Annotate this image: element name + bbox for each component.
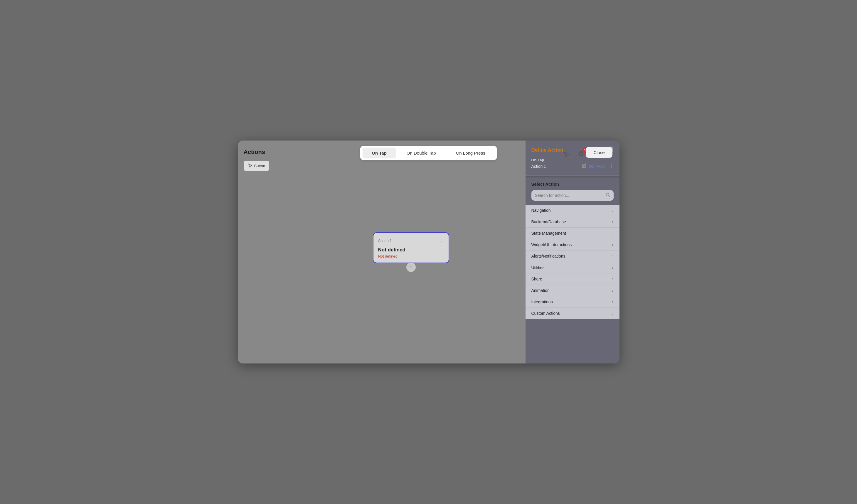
action-name: Action 1 [532, 164, 547, 169]
list-item[interactable]: Animation › [525, 285, 620, 296]
select-action-section: Select Action [525, 177, 620, 201]
list-item[interactable]: Alerts/Notifications › [525, 250, 620, 262]
search-input[interactable] [535, 193, 603, 198]
select-action-title: Select Action [532, 181, 614, 187]
list-item[interactable]: Share › [525, 274, 620, 285]
tab-on-tap[interactable]: On Tap [362, 147, 396, 158]
widget-chip: Button [244, 161, 270, 171]
list-item[interactable]: Backend/Database › [525, 216, 620, 228]
action-row: Action 1 (bs5nk08u) ⋮ [532, 163, 614, 169]
main-container: On Tap On Double Tap On Long Press 1 Clo… [238, 140, 620, 364]
list-item-label: Integrations [532, 299, 553, 304]
chevron-right-icon: › [612, 265, 614, 270]
chevron-right-icon: › [612, 231, 614, 236]
list-item-label: Animation [532, 288, 550, 293]
list-item-label: State Management [532, 231, 566, 236]
chevron-right-icon: › [612, 254, 614, 258]
chevron-right-icon: › [612, 288, 614, 293]
chevron-right-icon: › [612, 277, 614, 281]
tab-on-long-press[interactable]: On Long Press [447, 147, 495, 158]
list-item-label: Widget/UI Interactions [532, 242, 572, 247]
list-item-label: Navigation [532, 208, 551, 213]
define-action-label: Define Action [532, 147, 564, 153]
list-item[interactable]: State Management › [525, 228, 620, 239]
list-item-label: Utilities [532, 265, 544, 270]
list-item-label: Alerts/Notifications [532, 254, 566, 258]
action-list: Navigation › Backend/Database › State Ma… [525, 205, 620, 319]
action-card-wrapper: Action 1 ⋮ Not defined Not defined + [373, 232, 449, 272]
action-more-icon[interactable]: ⋮ [609, 163, 614, 169]
right-panel: Define Action On Tap Action 1 [525, 140, 620, 364]
canvas-area: Action 1 ⋮ Not defined Not defined + [297, 140, 525, 364]
cursor-tool-icon[interactable] [560, 148, 572, 160]
list-item[interactable]: Utilities › [525, 262, 620, 274]
close-button[interactable]: Close [586, 147, 612, 158]
cursor-icon [248, 163, 252, 169]
top-right-icons: 1 [560, 148, 587, 160]
left-panel: Actions Button [238, 140, 297, 364]
action-card: Action 1 ⋮ Not defined Not defined [373, 232, 449, 263]
tab-on-double-tap[interactable]: On Double Tap [397, 147, 446, 158]
widget-chip-label: Button [254, 164, 265, 168]
list-item[interactable]: Navigation › [525, 205, 620, 216]
list-item[interactable]: Widget/UI Interactions › [525, 239, 620, 250]
debug-icon-btn[interactable]: 1 [575, 148, 587, 160]
list-item-label: Custom Actions [532, 311, 560, 316]
edit-icon[interactable] [582, 163, 586, 169]
list-item[interactable]: Custom Actions › [525, 308, 620, 319]
chevron-right-icon: › [612, 311, 614, 316]
list-item-label: Share [532, 277, 542, 281]
search-icon [605, 192, 610, 198]
chevron-right-icon: › [612, 299, 614, 304]
card-header: Action 1 ⋮ [378, 238, 444, 244]
tab-bar: On Tap On Double Tap On Long Press [360, 146, 497, 160]
card-label: Action 1 [378, 239, 392, 243]
svg-line-3 [609, 196, 609, 196]
action-row-right: (bs5nk08u) ⋮ [582, 163, 613, 169]
search-box [532, 190, 614, 201]
add-action-button[interactable]: + [406, 263, 416, 272]
list-item-label: Backend/Database [532, 220, 566, 224]
card-subtitle: Not defined [378, 254, 444, 258]
action-id[interactable]: (bs5nk08u) [589, 164, 606, 168]
card-title: Not defined [378, 247, 444, 253]
chevron-right-icon: › [612, 220, 614, 224]
svg-rect-0 [579, 153, 582, 156]
chevron-right-icon: › [612, 208, 614, 213]
card-menu-icon[interactable]: ⋮ [439, 238, 444, 244]
page-title: Actions [244, 149, 291, 156]
chevron-right-icon: › [612, 242, 614, 247]
list-item[interactable]: Integrations › [525, 296, 620, 308]
